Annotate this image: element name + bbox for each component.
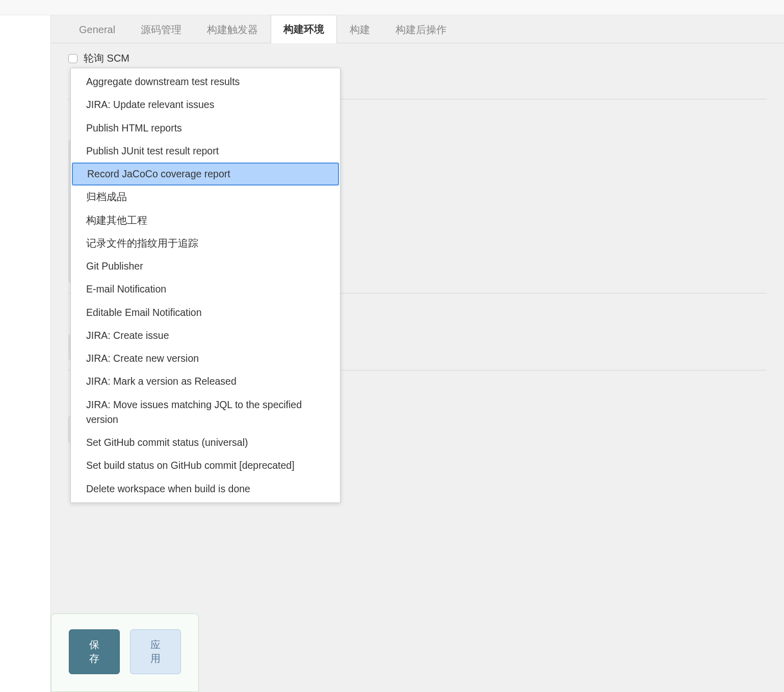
dropdown-item-build-other[interactable]: 构建其他工程: [71, 209, 340, 232]
dropdown-item-editable-email[interactable]: Editable Email Notification: [71, 301, 340, 324]
post-build-dropdown: Aggregate downstream test results JIRA: …: [70, 68, 341, 503]
dropdown-item-publish-junit[interactable]: Publish JUnit test result report: [71, 140, 340, 163]
left-sidebar: [0, 15, 51, 692]
top-bar: [0, 0, 784, 15]
bottom-actions: 保存 应用: [51, 614, 199, 692]
dropdown-item-github-status-deprecated[interactable]: Set build status on GitHub commit [depre…: [71, 454, 340, 477]
save-button[interactable]: 保存: [69, 629, 120, 674]
dropdown-item-jira-move-issues[interactable]: JIRA: Move issues matching JQL to the sp…: [71, 393, 340, 432]
dropdown-item-jacoco[interactable]: Record JaCoCo coverage report: [72, 163, 339, 185]
dropdown-item-jira-create-issue[interactable]: JIRA: Create issue: [71, 324, 340, 347]
dropdown-item-aggregate[interactable]: Aggregate downstream test results: [71, 70, 340, 93]
dropdown-item-fingerprint[interactable]: 记录文件的指纹用于追踪: [71, 232, 340, 255]
tab-build-triggers[interactable]: 构建触发器: [194, 15, 271, 44]
tab-post-build[interactable]: 构建后操作: [383, 15, 459, 44]
poll-scm-checkbox[interactable]: [68, 54, 77, 63]
dropdown-item-jira-update[interactable]: JIRA: Update relevant issues: [71, 93, 340, 116]
dropdown-item-jira-mark-released[interactable]: JIRA: Mark a version as Released: [71, 370, 340, 393]
poll-scm-label: 轮询 SCM: [84, 51, 129, 65]
dropdown-item-git-publisher[interactable]: Git Publisher: [71, 255, 340, 278]
content-area: 轮询 SCM 增加构建后操作步骤: [51, 43, 784, 443]
dropdown-item-email[interactable]: E-mail Notification: [71, 278, 340, 301]
dropdown-item-archive[interactable]: 归档成品: [71, 185, 340, 208]
dropdown-item-jira-create-version[interactable]: JIRA: Create new version: [71, 347, 340, 370]
dropdown-item-publish-html[interactable]: Publish HTML reports: [71, 117, 340, 140]
dropdown-item-delete-workspace[interactable]: Delete workspace when build is done: [71, 477, 340, 500]
tab-build[interactable]: 构建: [337, 15, 383, 44]
tab-bar: General 源码管理 构建触发器 构建环境 构建 构建后操作: [51, 15, 784, 43]
tab-build-environment[interactable]: 构建环境: [271, 15, 337, 44]
tab-general[interactable]: General: [66, 16, 128, 43]
main-content: General 源码管理 构建触发器 构建环境 构建 构建后操作 轮询 SCM: [51, 15, 784, 692]
dropdown-item-github-status[interactable]: Set GitHub commit status (universal): [71, 431, 340, 454]
apply-button[interactable]: 应用: [130, 629, 181, 674]
container: General 源码管理 构建触发器 构建环境 构建 构建后操作 轮询 SCM: [0, 15, 784, 692]
tab-source-control[interactable]: 源码管理: [128, 15, 194, 44]
